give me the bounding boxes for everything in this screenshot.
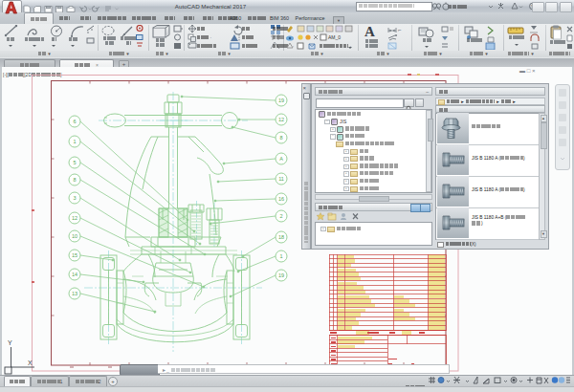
svg-text:⌐: ⌐	[398, 27, 402, 33]
svg-text:1: 1	[279, 253, 282, 259]
svg-text:5: 5	[73, 160, 76, 165]
svg-text:3: 3	[73, 195, 76, 201]
svg-text:12: 12	[278, 117, 284, 122]
svg-text:2: 2	[279, 213, 282, 219]
svg-text:A: A	[279, 156, 283, 162]
svg-text:19: 19	[278, 272, 284, 278]
svg-text:8: 8	[73, 177, 76, 183]
svg-text:11: 11	[278, 176, 284, 182]
svg-text:16: 16	[278, 196, 284, 202]
svg-text:14: 14	[72, 272, 77, 277]
svg-text:13: 13	[72, 291, 77, 296]
svg-text:X: X	[28, 359, 33, 366]
svg-text:10: 10	[72, 233, 77, 239]
svg-text:18: 18	[278, 234, 284, 240]
svg-text:12: 12	[72, 215, 77, 221]
svg-text:19: 19	[278, 98, 284, 103]
svg-text:15: 15	[72, 252, 77, 258]
svg-text:6: 6	[73, 119, 76, 124]
svg-text:Y: Y	[8, 339, 12, 346]
svg-text:8: 8	[279, 135, 282, 141]
svg-text:1: 1	[73, 139, 76, 144]
